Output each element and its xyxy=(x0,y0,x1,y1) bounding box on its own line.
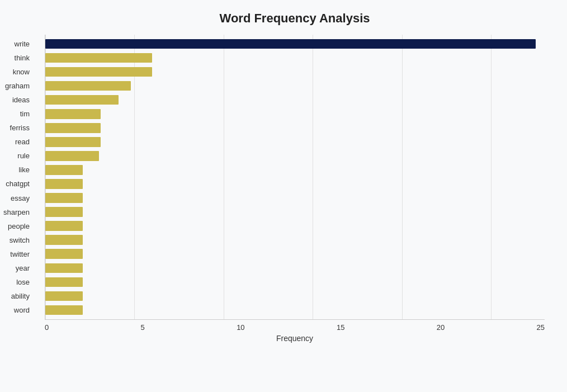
bar-row xyxy=(45,51,545,65)
y-labels: writethinkknowgrahamideastimferrissreadr… xyxy=(3,35,30,319)
x-tick-20: 20 xyxy=(437,323,445,332)
bar-row xyxy=(45,247,545,261)
bar-row xyxy=(45,93,545,107)
bar-row xyxy=(45,121,545,135)
y-axis-label: switch xyxy=(3,237,30,244)
x-tick-15: 15 xyxy=(337,323,344,332)
bar-word xyxy=(45,305,83,315)
bar-row xyxy=(45,163,545,177)
bar-row xyxy=(45,65,545,79)
y-axis-label: like xyxy=(3,166,30,173)
x-tick-25: 25 xyxy=(537,323,545,332)
plot-area: writethinkknowgrahamideastimferrissreadr… xyxy=(45,35,545,320)
bar-row xyxy=(45,149,545,163)
chart-area: writethinkknowgrahamideastimferrissreadr… xyxy=(45,35,545,343)
y-axis-label: chatgpt xyxy=(3,180,30,187)
x-tick-10: 10 xyxy=(237,323,244,332)
bar-like xyxy=(45,165,83,175)
bar-row xyxy=(45,275,545,289)
bar-people xyxy=(45,221,83,231)
bar-tim xyxy=(45,109,101,119)
y-axis-label: rule xyxy=(3,152,30,159)
bar-switch xyxy=(45,235,83,245)
bar-read xyxy=(45,137,101,147)
y-axis-label: tim xyxy=(3,110,30,117)
x-axis-labels: 0510152025 xyxy=(45,323,545,332)
y-axis-label: essay xyxy=(3,195,30,202)
bar-rule xyxy=(45,151,99,161)
bar-row xyxy=(45,261,545,275)
bar-write xyxy=(45,39,536,49)
bar-twitter xyxy=(45,249,83,259)
bar-row xyxy=(45,289,545,303)
bar-know xyxy=(45,67,152,77)
x-tick-5: 5 xyxy=(141,323,145,332)
y-axis-label: know xyxy=(3,68,30,75)
x-tick-0: 0 xyxy=(45,323,49,332)
x-axis-title: Frequency xyxy=(45,334,545,343)
bar-think xyxy=(45,53,152,63)
bar-essay xyxy=(45,193,83,203)
bar-row xyxy=(45,191,545,205)
y-axis-label: ability xyxy=(3,292,30,300)
chart-container: Word Frequency Analysis writethinkknowgr… xyxy=(0,0,567,392)
bar-ability xyxy=(45,291,83,301)
y-axis-label: think xyxy=(3,54,30,62)
y-axis-label: write xyxy=(3,40,30,48)
y-axis-label: lose xyxy=(3,278,30,286)
y-axis-label: graham xyxy=(3,82,30,89)
bar-ideas xyxy=(45,95,119,105)
y-axis-label: read xyxy=(3,138,30,145)
y-axis-label: ferriss xyxy=(3,124,30,131)
bar-row xyxy=(45,79,545,93)
bar-row xyxy=(45,177,545,191)
bar-row xyxy=(45,37,545,51)
bar-year xyxy=(45,263,83,273)
bar-chatgpt xyxy=(45,179,83,189)
bar-graham xyxy=(45,81,131,91)
bar-lose xyxy=(45,277,83,287)
bar-row xyxy=(45,219,545,233)
bar-ferriss xyxy=(45,123,101,133)
bar-row xyxy=(45,233,545,247)
bar-row xyxy=(45,135,545,149)
y-axis-label: ideas xyxy=(3,96,30,103)
y-axis-label: word xyxy=(3,306,30,314)
y-axis-label: sharpen xyxy=(3,209,30,216)
bars-wrapper xyxy=(45,35,545,319)
bar-row xyxy=(45,107,545,121)
y-axis-label: people xyxy=(3,223,30,230)
bar-row xyxy=(45,303,545,317)
bar-row xyxy=(45,205,545,219)
y-axis-label: twitter xyxy=(3,251,30,258)
bar-sharpen xyxy=(45,207,83,217)
chart-title: Word Frequency Analysis xyxy=(45,11,545,26)
y-axis-label: year xyxy=(3,265,30,272)
